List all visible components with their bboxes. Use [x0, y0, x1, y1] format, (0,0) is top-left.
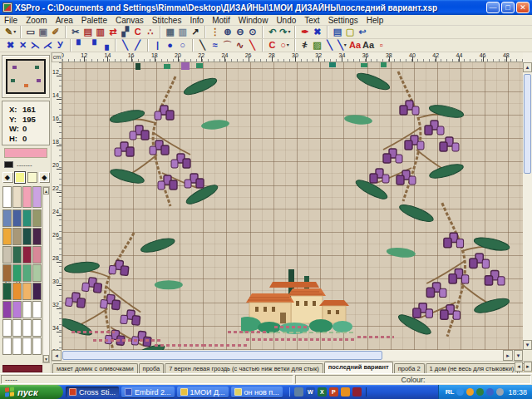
word-icon[interactable]: W: [306, 387, 315, 397]
undo-icon[interactable]: ↶: [267, 27, 278, 38]
thread-brush-icon[interactable]: ⋮: [209, 27, 220, 38]
palette-color[interactable]: [2, 264, 12, 282]
palette-color[interactable]: [2, 246, 12, 264]
horizontal-scrollbar[interactable]: ◄ ► ▼: [52, 350, 523, 361]
palette-color[interactable]: [2, 337, 12, 355]
delete-stitch-icon[interactable]: ✖: [312, 27, 323, 38]
taskbar-task[interactable]: он нов п...: [231, 387, 283, 397]
start-button[interactable]: пуск: [0, 385, 63, 399]
text-tool-black-icon[interactable]: Aa: [362, 40, 374, 52]
palette-color[interactable]: [22, 337, 32, 355]
quarter-stitch-3-icon[interactable]: ▗: [100, 40, 111, 52]
palette-color[interactable]: [12, 228, 22, 245]
tab-arrow-icon[interactable]: ►: [524, 362, 532, 372]
palette-diamond-button[interactable]: ◆: [2, 172, 12, 182]
paste-tool-icon[interactable]: ▥: [95, 27, 106, 38]
special-stitch-2-icon[interactable]: ╲▾: [337, 40, 347, 52]
palette-color[interactable]: [22, 264, 32, 282]
palette-color[interactable]: [32, 301, 42, 318]
tray-icon[interactable]: [496, 388, 504, 396]
palette-color[interactable]: [32, 264, 42, 282]
pattern-tab[interactable]: 7 верхн левая гроздь (с частью ниж ветки…: [165, 363, 323, 373]
maximize-button[interactable]: □: [501, 2, 515, 13]
tray-icon[interactable]: [476, 388, 484, 396]
language-indicator[interactable]: RL: [446, 388, 455, 396]
menu-area[interactable]: Area: [52, 16, 77, 25]
menu-file[interactable]: File: [0, 16, 22, 25]
agent-ball-icon[interactable]: [341, 387, 350, 397]
pattern-tab[interactable]: проба 2: [394, 363, 425, 373]
palette-color[interactable]: [32, 228, 42, 245]
full-stitch-icon[interactable]: ✖: [5, 40, 16, 52]
menu-text[interactable]: Text: [300, 16, 323, 25]
palette-color[interactable]: [2, 283, 12, 300]
palette-yellow-swatch-2[interactable]: [27, 172, 38, 183]
backstitch-wave-icon[interactable]: ∿: [234, 40, 245, 52]
rotate-tool-icon[interactable]: C: [132, 27, 143, 38]
taskbar-task[interactable]: 1МОИ Д...: [177, 387, 229, 397]
palette-color[interactable]: [22, 209, 32, 227]
palette-color[interactable]: [2, 301, 12, 318]
excel-icon[interactable]: X: [318, 387, 327, 397]
new-page-icon[interactable]: ▢: [344, 27, 355, 38]
menu-canvas[interactable]: Canvas: [111, 16, 148, 25]
palette-color[interactable]: [12, 337, 22, 355]
palette-color[interactable]: [32, 283, 42, 300]
menu-zoom[interactable]: Zoom: [22, 16, 52, 25]
messenger-icon[interactable]: [352, 387, 362, 397]
backstitch-arc-icon[interactable]: ⌒: [222, 40, 233, 52]
palette-color[interactable]: [12, 283, 22, 300]
resize-tool-icon[interactable]: ⇄: [107, 27, 118, 38]
mirror-tool-icon[interactable]: ▞: [120, 27, 131, 38]
palette-color[interactable]: [2, 209, 12, 227]
palette-yellow-swatch-1[interactable]: [14, 171, 26, 184]
pointer-icon[interactable]: ↗: [190, 27, 200, 38]
special-stitch-icon[interactable]: ╲: [324, 40, 335, 52]
vertical-scrollbar[interactable]: ▲ ▼: [523, 52, 532, 350]
palette-color[interactable]: [12, 319, 22, 337]
palette-color[interactable]: [22, 246, 32, 264]
image-tool-icon[interactable]: ▨: [312, 40, 323, 52]
half-stitch-fwd-icon[interactable]: ╱: [132, 40, 143, 52]
copy-area-tool-icon[interactable]: ▣: [37, 27, 48, 38]
rect-select-tool-icon[interactable]: ▭: [25, 27, 36, 38]
backstitch-red-icon[interactable]: ╲: [247, 40, 258, 52]
media-icon[interactable]: [294, 387, 303, 397]
text-tool-red-icon[interactable]: Aa: [349, 40, 361, 52]
palette-color[interactable]: [32, 337, 42, 355]
pattern-tab[interactable]: макет домик с оливочками: [52, 363, 138, 373]
palette-diamond-button[interactable]: ◆: [39, 172, 49, 182]
palette-color[interactable]: [22, 301, 32, 318]
zoom-in-icon[interactable]: ⊕: [222, 27, 233, 38]
full-stitch-alt-icon[interactable]: ✕: [17, 40, 28, 52]
pencil-tool-icon[interactable]: ✎▾: [5, 27, 16, 38]
pattern-canvas[interactable]: [62, 62, 523, 350]
palette-header-swatch[interactable]: [22, 186, 32, 208]
palette-header-swatch[interactable]: [32, 186, 42, 208]
palette-scroll-down-icon[interactable]: ▼: [43, 355, 49, 362]
backstitch-1-icon[interactable]: ╲: [197, 40, 208, 52]
quarter-stitch-2-icon[interactable]: ▝: [87, 40, 98, 52]
cut-tool-icon[interactable]: ✂: [70, 27, 81, 38]
export-motif-icon[interactable]: ▦: [165, 27, 175, 38]
pattern-tab[interactable]: последний вариант: [324, 362, 393, 373]
freehand-tool-icon[interactable]: ✐: [50, 27, 61, 38]
minimize-button[interactable]: —: [486, 2, 500, 13]
revert-page-icon[interactable]: ↩: [357, 27, 367, 38]
palette-bottom-bar[interactable]: [2, 365, 42, 372]
navigator-thumbnail[interactable]: [6, 59, 46, 94]
bead-stitch-icon[interactable]: ●: [165, 40, 175, 52]
palette-scrollbar[interactable]: ▲ ▼: [42, 186, 50, 363]
palette-scroll-up-icon[interactable]: ▲: [43, 187, 49, 195]
powerpoint-icon[interactable]: P: [329, 387, 338, 397]
palette-color[interactable]: [22, 283, 32, 300]
palette-color[interactable]: [12, 209, 22, 227]
print-icon[interactable]: ▥: [177, 27, 188, 38]
double-leg-stitch-icon[interactable]: У: [55, 40, 66, 52]
palette-color[interactable]: [12, 264, 22, 282]
quarter-stitch-1-icon[interactable]: ▘: [75, 40, 86, 52]
copy-tool-icon[interactable]: ▤: [82, 27, 93, 38]
palette-color[interactable]: [32, 246, 42, 264]
palette-color[interactable]: [22, 319, 32, 337]
points-tool-icon[interactable]: ∴: [145, 27, 155, 38]
